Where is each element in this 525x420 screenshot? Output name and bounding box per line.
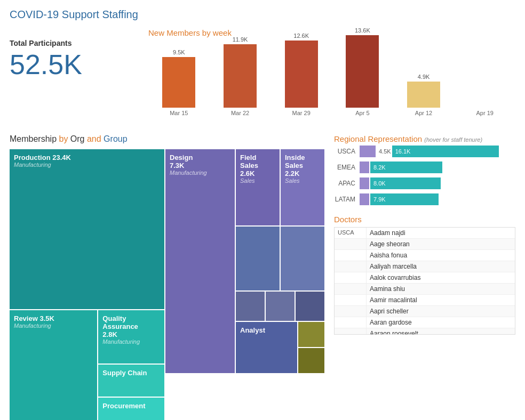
membership-panel: Membership by Org and Group Production 2… <box>10 134 324 373</box>
bar-group-Apr-12: 4.9KApr 12 <box>393 74 455 116</box>
proc-name: Procurement <box>102 402 160 410</box>
bottom-section: Membership by Org and Group Production 2… <box>10 134 515 373</box>
membership-title: Membership by Org and Group <box>10 134 324 144</box>
treemap-cell-sm5[interactable] <box>296 292 324 321</box>
analyst-name: Analyst <box>240 326 293 334</box>
region-row-emea: EMEA8.2K <box>334 161 515 173</box>
bar-rect[interactable] <box>285 41 318 108</box>
bar-chart: 9.5KMar 1511.9KMar 2212.6KMar 2913.6KApr… <box>148 42 515 127</box>
design-num: 7.3K <box>170 161 230 169</box>
treemap-cell-sm1[interactable] <box>236 227 280 290</box>
design-sub: Manufacturing <box>170 169 230 176</box>
field-num: 2.6K <box>240 169 275 177</box>
membership-group: Group <box>101 134 128 143</box>
bar-rect[interactable] <box>346 35 379 108</box>
bar-group-Apr-5: 13.6KApr 5 <box>332 27 393 116</box>
inside-sub: Sales <box>285 177 320 184</box>
treemap-analyst-row: Analyst <box>236 322 324 373</box>
bar-rect[interactable] <box>162 57 195 108</box>
doctor-row[interactable]: Aapri scheller <box>335 306 515 317</box>
doctor-region <box>335 261 367 272</box>
doctor-region <box>335 272 367 283</box>
doctor-region: USCA <box>335 228 367 238</box>
doctor-name: Aamina shiu <box>367 284 515 294</box>
total-participants-label: Total Participants <box>10 39 148 47</box>
total-participants-value: 52.5K <box>10 51 148 78</box>
region-bar-teal: 7.9K <box>370 193 439 205</box>
treemap-bottom-row: Review 3.5K Manufacturing QualityAssuran… <box>10 310 164 420</box>
top-section: Total Participants 52.5K New Members by … <box>10 28 515 127</box>
doctor-row[interactable]: Aage sheoran <box>335 239 515 250</box>
region-purple-label: 4.5K <box>379 148 391 155</box>
bar-bottom-label: Mar 22 <box>231 110 249 116</box>
review-name: Review 3.5K <box>14 314 93 322</box>
doctor-row[interactable]: Aamina shiu <box>335 284 515 295</box>
region-teal-value: 8.2K <box>373 164 386 171</box>
bar-value-label: 13.6K <box>355 27 370 34</box>
treemap-cell-design[interactable]: Design 7.3K Manufacturing <box>165 149 235 373</box>
treemap-cell-sm4[interactable] <box>266 292 295 321</box>
doctor-name: Aaisha fonua <box>367 250 515 261</box>
bar-value-label: 4.9K <box>418 74 430 80</box>
qa-sub: Manufacturing <box>102 338 160 345</box>
doctor-name: Aamir macalintal <box>367 295 515 305</box>
doctor-row[interactable]: Aaraon roosevelt <box>335 328 515 334</box>
treemap-cell-review[interactable]: Review 3.5K Manufacturing <box>10 310 97 420</box>
production-sub: Manufacturing <box>14 161 160 168</box>
treemap-cell-sm2[interactable] <box>281 227 324 290</box>
region-teal-value: 8.0K <box>373 180 386 187</box>
treemap-cell-olive2[interactable] <box>298 348 324 373</box>
treemap-cell-fieldsales[interactable]: FieldSales 2.6K Sales <box>236 149 280 225</box>
treemap-cell-sm3[interactable] <box>236 292 265 321</box>
bar-bottom-label: Apr 12 <box>415 110 432 116</box>
treemap: Production 23.4K Manufacturing Review 3.… <box>10 149 324 373</box>
treemap-cell-olive1[interactable] <box>298 322 324 347</box>
bar-group-Apr-19: Apr 19 <box>454 106 515 116</box>
treemap-cell-supply[interactable]: Supply Chain <box>98 365 164 397</box>
region-bar-purple <box>360 193 369 205</box>
treemap-analyst-side <box>298 322 324 373</box>
supply-name: Supply Chain <box>102 369 160 377</box>
region-bar-purple <box>360 161 369 173</box>
doctor-name: Aaran gardose <box>367 317 515 328</box>
membership-and: and <box>87 134 101 143</box>
doctor-name: Aaraon roosevelt <box>367 328 515 334</box>
doctor-row[interactable]: Aamir macalintal <box>335 295 515 306</box>
doctor-region <box>335 239 367 249</box>
bar-group-Mar-22: 11.9KMar 22 <box>210 36 271 116</box>
doctor-row[interactable]: Aaliyah marcella <box>335 261 515 272</box>
doctors-table: USCAAadam najdiAage sheoranAaisha fonuaA… <box>334 227 515 335</box>
treemap-cell-qa[interactable]: QualityAssurance2.8K Manufacturing <box>98 310 164 364</box>
doctor-region <box>335 317 367 328</box>
bar-rect[interactable] <box>407 82 440 108</box>
doctor-row[interactable]: USCAAadam najdi <box>335 228 515 239</box>
treemap-small-row <box>236 292 324 321</box>
bar-rect[interactable] <box>224 44 257 108</box>
doctor-region <box>335 295 367 305</box>
doctor-row[interactable]: Aaran gardose <box>335 317 515 328</box>
design-name: Design <box>170 154 230 161</box>
region-name: USCA <box>334 148 355 155</box>
total-participants-panel: Total Participants 52.5K <box>10 28 148 127</box>
doctor-region <box>335 284 367 294</box>
bar-bottom-label: Mar 15 <box>170 110 188 116</box>
doctor-name: Aaliyah marcella <box>367 261 515 272</box>
treemap-mid-cells <box>236 227 324 290</box>
doctor-row[interactable]: Aalok covarrubias <box>335 272 515 284</box>
region-name: EMEA <box>334 164 355 171</box>
treemap-cell-analyst[interactable]: Analyst <box>236 322 297 373</box>
regional-title-text: Regional Representation <box>334 134 422 143</box>
treemap-col-left: Production 23.4K Manufacturing Review 3.… <box>10 149 164 373</box>
treemap-cell-procurement[interactable]: Procurement <box>98 398 164 420</box>
bar-value-label: 11.9K <box>233 36 248 43</box>
doctors-table-body[interactable]: USCAAadam najdiAage sheoranAaisha fonuaA… <box>335 228 515 334</box>
treemap-cell-production[interactable]: Production 23.4K Manufacturing <box>10 149 164 309</box>
region-bar-purple <box>360 177 369 189</box>
doctor-row[interactable]: Aaisha fonua <box>335 250 515 261</box>
doctor-name: Aadam najdi <box>367 228 515 238</box>
doctor-name: Aapri scheller <box>367 306 515 317</box>
bar-group-Mar-29: 12.6KMar 29 <box>271 33 332 116</box>
region-bar-container: 7.9K <box>360 193 515 205</box>
bar-bottom-label: Apr 19 <box>476 110 493 116</box>
treemap-cell-insidesales[interactable]: InsideSales 2.2K Sales <box>281 149 324 225</box>
